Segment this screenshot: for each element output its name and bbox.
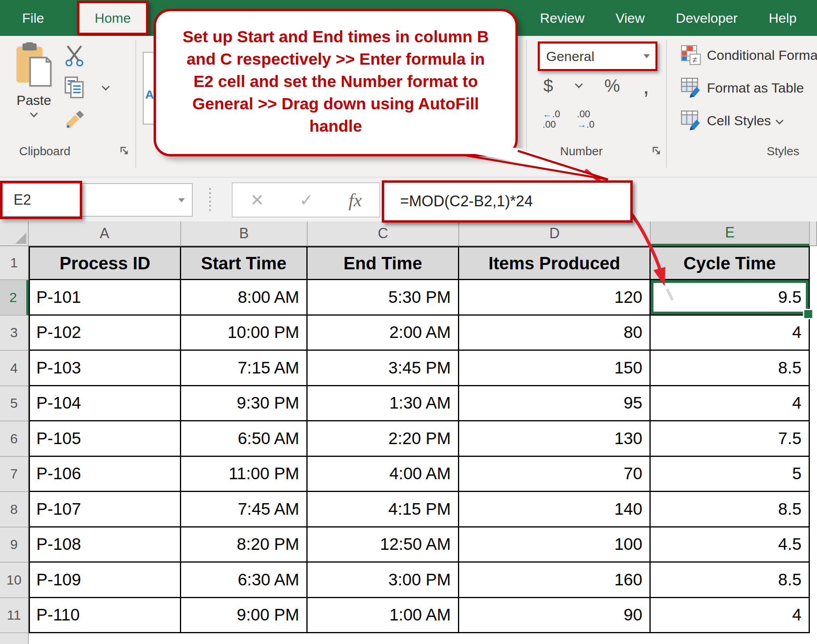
cell-A10[interactable]: P-109 [29,563,181,598]
cell-A5[interactable]: P-104 [29,386,181,422]
row-header-7[interactable]: 7 [0,457,29,492]
cell-A7[interactable]: P-106 [29,457,181,492]
cell-A4[interactable]: P-103 [29,351,181,386]
increase-decimal-button[interactable]: ←.0 .00 [543,109,560,130]
row-header-8[interactable]: 8 [0,492,29,527]
row-header-4[interactable]: 4 [0,351,29,386]
fill-handle[interactable] [803,309,813,319]
cell-D7[interactable]: 70 [459,457,651,492]
clipboard-dialog-launcher-icon[interactable] [120,146,129,156]
cell-D3[interactable]: 80 [459,316,651,351]
cell-E7[interactable]: 5 [651,457,810,492]
header-cell-E1[interactable]: Cycle Time [651,246,810,280]
cell-E5[interactable]: 4 [651,386,810,422]
cell-C2[interactable]: 5:30 PM [308,280,459,316]
cell-C10[interactable]: 3:00 PM [308,563,459,598]
header-cell-C1[interactable]: End Time [308,246,459,280]
cell-A9[interactable]: P-108 [29,527,181,563]
cell-D10[interactable]: 160 [459,563,651,598]
formula-bar-separator[interactable] [209,188,211,211]
cell-C3[interactable]: 2:00 AM [308,316,459,351]
cell-C9[interactable]: 12:50 AM [308,527,459,563]
cell-B10[interactable]: 6:30 AM [181,563,308,598]
row-header-11[interactable]: 11 [0,598,29,634]
cell-E8[interactable]: 8.5 [651,492,810,527]
cell-E2[interactable]: 9.5 [651,280,810,316]
cell-B5[interactable]: 9:30 PM [181,386,308,422]
accounting-chevron-icon[interactable] [575,80,583,88]
cell-D2[interactable]: 120 [459,280,651,316]
column-header-E[interactable]: E [651,221,810,246]
enter-button[interactable]: ✓ [299,190,313,210]
cell-D8[interactable]: 140 [459,492,651,527]
name-box-dropdown-icon[interactable] [178,198,185,202]
cut-icon[interactable] [64,45,85,66]
cell-C8[interactable]: 4:15 PM [308,492,459,527]
column-header-A[interactable]: A [29,221,181,246]
row-header-1[interactable]: 1 [0,246,29,280]
row-header-9[interactable]: 9 [0,527,29,563]
copy-dropdown-chevron-icon[interactable] [102,83,110,91]
conditional-formatting-button[interactable]: ≠ Conditional Formatting [681,45,817,65]
cell-D6[interactable]: 130 [459,421,651,457]
cell-D5[interactable]: 95 [459,386,651,422]
cell-A2[interactable]: P-101 [29,280,181,316]
cell-C7[interactable]: 4:00 AM [308,457,459,492]
cell-B9[interactable]: 8:20 PM [181,527,308,563]
copy-icon[interactable] [64,76,85,99]
row-header-5[interactable]: 5 [0,386,29,422]
cell-styles-button[interactable]: Cell Styles [681,110,782,131]
formula-input[interactable]: =MOD(C2-B2,1)*24 [400,183,533,219]
header-cell-D1[interactable]: Items Produced [459,246,651,280]
cell-E6[interactable]: 7.5 [651,421,810,457]
cell-D11[interactable]: 90 [459,598,651,634]
paste-dropdown-chevron-icon[interactable] [30,109,38,117]
header-cell-B1[interactable]: Start Time [181,246,308,280]
cancel-button[interactable]: ✕ [250,190,264,210]
column-header-D[interactable]: D [459,221,651,246]
cell-C11[interactable]: 1:00 AM [308,598,459,634]
cell-C6[interactable]: 2:20 PM [308,421,459,457]
comma-style-button[interactable]: , [643,80,649,92]
cell-B2[interactable]: 8:00 AM [181,280,308,316]
cell-D9[interactable]: 100 [459,527,651,563]
number-format-dropdown[interactable]: General [538,41,657,71]
insert-function-button[interactable]: fx [349,190,362,211]
column-header-C[interactable]: C [308,221,459,246]
cell-D4[interactable]: 150 [459,351,651,386]
cell-B3[interactable]: 10:00 PM [181,316,308,351]
number-dialog-launcher-icon[interactable] [652,146,661,156]
row-header-2[interactable]: 2 [0,280,29,316]
cell-B7[interactable]: 11:00 PM [181,457,308,492]
cell-C5[interactable]: 1:30 AM [308,386,459,422]
tab-help[interactable]: Help [769,0,797,36]
cell-B11[interactable]: 9:00 PM [181,598,308,634]
cell-B6[interactable]: 6:50 AM [181,421,308,457]
header-cell-A1[interactable]: Process ID [29,246,181,280]
format-as-table-button[interactable]: Format as Table [681,77,804,98]
tab-developer[interactable]: Developer [676,0,738,36]
cell-E10[interactable]: 8.5 [651,563,810,598]
cell-A3[interactable]: P-102 [29,316,181,351]
cell-A11[interactable]: P-110 [29,598,181,634]
tab-review[interactable]: Review [540,0,584,36]
row-header-10[interactable]: 10 [0,563,29,598]
format-painter-icon[interactable] [64,110,85,129]
cell-E9[interactable]: 4.5 [651,527,810,563]
row-header-6[interactable]: 6 [0,421,29,457]
paste-button[interactable]: Paste [12,42,56,118]
cell-A6[interactable]: P-105 [29,421,181,457]
select-all-corner[interactable] [0,221,29,246]
tab-home[interactable]: Home [77,1,148,35]
cell-A8[interactable]: P-107 [29,492,181,527]
cell-E3[interactable]: 4 [651,316,810,351]
cell-E4[interactable]: 8.5 [651,351,810,386]
accounting-format-button[interactable]: $ [543,76,553,96]
percent-style-button[interactable]: % [604,76,620,96]
row-header-3[interactable]: 3 [0,316,29,351]
cell-B4[interactable]: 7:15 AM [181,351,308,386]
cell-B8[interactable]: 7:45 AM [181,492,308,527]
decrease-decimal-button[interactable]: .00 →.0 [577,109,594,130]
cell-E11[interactable]: 4 [651,598,810,634]
tab-view[interactable]: View [616,0,645,36]
